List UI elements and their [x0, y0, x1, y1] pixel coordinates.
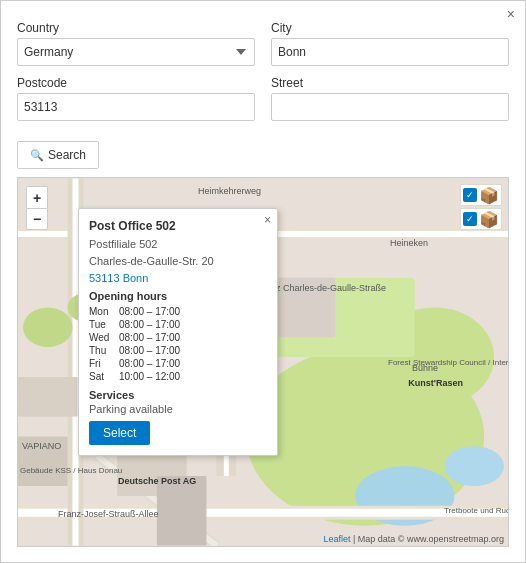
- popup-postcode: 53113: [89, 272, 120, 284]
- post-package-icon-1: 📦: [479, 186, 499, 205]
- popup-city-name: Bonn: [123, 272, 149, 284]
- hours-day: Mon: [89, 305, 119, 318]
- hours-time: 08:00 – 17:00: [119, 357, 267, 370]
- hours-day: Fri: [89, 357, 119, 370]
- zoom-in-button[interactable]: +: [26, 186, 48, 208]
- hours-day: Tue: [89, 318, 119, 331]
- map-label-vapiano: VAPIANO: [22, 441, 61, 451]
- post-icon-item-1[interactable]: ✓ 📦: [460, 184, 502, 206]
- check-icon-2: ✓: [463, 212, 477, 226]
- city-input[interactable]: [271, 38, 509, 66]
- hours-day: Wed: [89, 331, 119, 344]
- popup-title: Post Office 502: [89, 219, 267, 233]
- map-label-kunstrasen: Kunst'Rasen: [408, 378, 463, 388]
- hours-row: Wed08:00 – 17:00: [89, 331, 267, 344]
- search-button-label: Search: [48, 148, 86, 162]
- post-package-icon-2: 📦: [479, 210, 499, 229]
- form-row-1: Country Germany City: [17, 21, 509, 66]
- form-area: Country Germany City Postcode Street: [1, 1, 525, 141]
- popup-hours-table: Mon08:00 – 17:00Tue08:00 – 17:00Wed08:00…: [89, 305, 267, 383]
- check-icon-1: ✓: [463, 188, 477, 202]
- country-group: Country Germany: [17, 21, 255, 66]
- svg-point-21: [23, 307, 73, 347]
- hours-time: 08:00 – 17:00: [119, 318, 267, 331]
- location-popup: × Post Office 502 Postfiliale 502 Charle…: [78, 208, 278, 456]
- hours-row: Mon08:00 – 17:00: [89, 305, 267, 318]
- hours-time: 08:00 – 17:00: [119, 331, 267, 344]
- map-label-franzjosef: Franz-Josef-Strauß-Allee: [58, 509, 148, 521]
- form-row-2: Postcode Street: [17, 76, 509, 121]
- street-group: Street: [271, 76, 509, 121]
- zoom-out-button[interactable]: −: [26, 208, 48, 230]
- search-button[interactable]: 🔍 Search: [17, 141, 99, 169]
- city-group: City: [271, 21, 509, 66]
- map-label-heimkehrerweg: Heimkehrerweg: [198, 186, 261, 196]
- svg-rect-17: [18, 377, 78, 417]
- leaflet-link[interactable]: Leaflet: [323, 534, 350, 544]
- svg-point-5: [445, 446, 505, 486]
- map-container[interactable]: + − ✓ 📦 ✓ 📦 Heimkehrerweg Parkplatz Char…: [17, 177, 509, 547]
- postcode-input[interactable]: [17, 93, 255, 121]
- post-icon-item-2[interactable]: ✓ 📦: [460, 208, 502, 230]
- hours-row: Fri08:00 – 17:00: [89, 357, 267, 370]
- street-input[interactable]: [271, 93, 509, 121]
- popup-address-line1: Postfiliale 502: [89, 237, 267, 252]
- map-label-heineken: Heineken: [390, 238, 428, 248]
- popup-city: 53113 Bonn: [89, 272, 267, 284]
- select-button[interactable]: Select: [89, 421, 150, 445]
- map-label-gebaude: Gebäude KSS / Haus Donau: [20, 466, 80, 476]
- hours-time: 08:00 – 17:00: [119, 305, 267, 318]
- map-attribution: Leaflet | Map data © www.openstreetmap.o…: [323, 534, 504, 544]
- hours-row: Tue08:00 – 17:00: [89, 318, 267, 331]
- hours-time: 10:00 – 12:00: [119, 370, 267, 383]
- svg-rect-20: [157, 476, 207, 545]
- hours-row: Sat10:00 – 12:00: [89, 370, 267, 383]
- map-data-label: Map data © www.openstreetmap.org: [358, 534, 504, 544]
- hours-day: Sat: [89, 370, 119, 383]
- search-icon: 🔍: [30, 149, 44, 162]
- popup-services: Parking available: [89, 403, 267, 415]
- hours-time: 08:00 – 17:00: [119, 344, 267, 357]
- popup-address-line2: Charles-de-Gaulle-Str. 20: [89, 254, 267, 269]
- postcode-group: Postcode: [17, 76, 255, 121]
- postcode-label: Postcode: [17, 76, 255, 90]
- close-button[interactable]: ×: [507, 7, 515, 21]
- map-label-forest: Forest Stewardship Council / Internation…: [388, 358, 478, 368]
- map-label-tret: Tretboote und Ruderbootverleih: [444, 506, 504, 516]
- hours-row: Thu08:00 – 17:00: [89, 344, 267, 357]
- popup-close-button[interactable]: ×: [264, 213, 271, 227]
- street-label: Street: [271, 76, 509, 90]
- map-icons: ✓ 📦 ✓ 📦: [460, 184, 502, 230]
- hours-day: Thu: [89, 344, 119, 357]
- country-label: Country: [17, 21, 255, 35]
- popup-services-title: Services: [89, 389, 267, 401]
- map-label-deutschepost: Deutsche Post AG: [118, 476, 196, 486]
- country-select[interactable]: Germany: [17, 38, 255, 66]
- popup-hours-title: Opening hours: [89, 290, 267, 302]
- dialog: × Country Germany City Postcode Street: [0, 0, 526, 563]
- city-label: City: [271, 21, 509, 35]
- map-controls: + −: [26, 186, 48, 230]
